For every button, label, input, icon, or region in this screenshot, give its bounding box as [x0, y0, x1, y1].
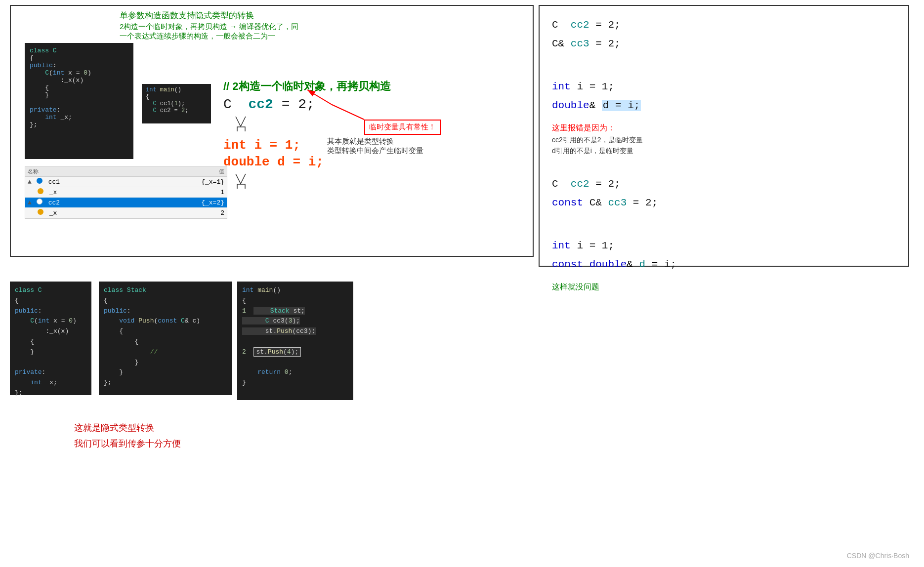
- comment-large: // 2构造一个临时对象，再拷贝构造: [223, 79, 391, 94]
- rp-line-cc3-ref: C& cc3 = 2;: [552, 35, 896, 53]
- debug-row-cc1: ▲ cc1 {_x=1}: [25, 177, 227, 187]
- svg-rect-5: [237, 184, 245, 189]
- rp-section2: int i = 1; double& d = i;: [552, 78, 896, 115]
- main-top-box: 单参数构造函数支持隐式类型的转换 2构造一个临时对象，再拷贝构造 → 编译器优化…: [10, 5, 534, 257]
- middle-code-section: // 2构造一个临时对象，再拷贝构造 C cc2 = 2; int i = 1;…: [223, 79, 391, 191]
- rp-error-detail1: cc2引用的不是2，是临时变量: [552, 134, 896, 145]
- debug-variables-table: 名称 值 ▲ cc1 {_x=1} _x 1 ▲ cc2: [25, 166, 227, 219]
- bottom-editor-main: int main() { 1 Stack st; C cc3(3); st.Pu…: [237, 282, 353, 400]
- side-text2: 类型转换中间会产生临时变量: [327, 146, 423, 156]
- annotation3: 一个表达式连续步骤的构造，一般会被合二为一: [120, 32, 275, 41]
- svg-rect-2: [237, 127, 245, 131]
- rp-section4: int i = 1; const double& d = i;: [552, 237, 896, 274]
- bottom-editor-class-c: class C { public: C(int x = 0) :_x(x) { …: [10, 282, 91, 395]
- debug-row-cc2-x: _x 2: [25, 208, 227, 218]
- watermark: CSDN @Chris·Bosh: [847, 552, 909, 560]
- rp-line2-cc2: C cc2 = 2;: [552, 175, 896, 194]
- code-editor-main-small: int main() { C cc1(1); C cc2 = 2;: [142, 84, 211, 123]
- rp-line2-const-cc3: const C& cc3 = 2;: [552, 194, 896, 212]
- side-text1: 其本质就是类型转换: [327, 137, 423, 146]
- rp-error-note: 这里报错是因为： cc2引用的不是2，是临时变量 d引用的不是i，是临时变量: [552, 121, 896, 157]
- rp-section3: C cc2 = 2; const C& cc3 = 2;: [552, 175, 896, 212]
- rp-line-cc2: C cc2 = 2;: [552, 16, 896, 35]
- debug-row-cc1-x: _x 1: [25, 187, 227, 198]
- rp-line2-int-i: int i = 1;: [552, 237, 896, 255]
- debug-col-header-name: 名称: [28, 168, 175, 175]
- rp-line-double-ref: double& d = i;: [552, 96, 896, 115]
- rp-section1: C cc2 = 2; C& cc3 = 2;: [552, 16, 896, 53]
- debug-col-header-val: 值: [175, 168, 224, 175]
- right-panel: C cc2 = 2; C& cc3 = 2; int i = 1; double…: [539, 5, 909, 267]
- side-annotations: 其本质就是类型转换 类型转换中间会产生临时变量: [327, 137, 423, 156]
- svg-line-3: [236, 174, 241, 184]
- rp-line-int-i: int i = 1;: [552, 78, 896, 96]
- code-line-cc2: C cc2 = 2;: [223, 97, 391, 112]
- bottom-annotation: 这就是隐式类型转换 我们可以看到传参十分方便: [74, 420, 181, 452]
- double-arrow-diagram: [228, 171, 391, 191]
- rp-error-detail2: d引用的不是i，是临时变量: [552, 145, 896, 156]
- rp-line2-const-double: const double& d = i;: [552, 255, 896, 274]
- annotation2: 2构造一个临时对象，再拷贝构造 → 编译器优化了，同: [120, 22, 298, 32]
- cc2-arrow-svg: [228, 114, 258, 131]
- code-line-double-d: double d = i;: [223, 155, 391, 169]
- red-callout-box: 临时变量具有常性！: [364, 120, 441, 135]
- annotation1: 单参数构造函数支持隐式类型的转换: [120, 10, 254, 21]
- svg-line-4: [241, 174, 246, 184]
- svg-line-0: [236, 117, 241, 126]
- double-arrow-svg: [228, 171, 258, 189]
- bottom-editor-class-stack: class Stack { public: void Push(const C&…: [99, 282, 232, 395]
- svg-line-1: [241, 117, 246, 126]
- debug-row-cc2: ▲ cc2 {_x=2}: [25, 198, 227, 208]
- code-editor-class-c: class C { public: C(int x = 0) :_x(x) { …: [25, 43, 133, 159]
- rp-ok-note: 这样就没问题: [552, 280, 896, 293]
